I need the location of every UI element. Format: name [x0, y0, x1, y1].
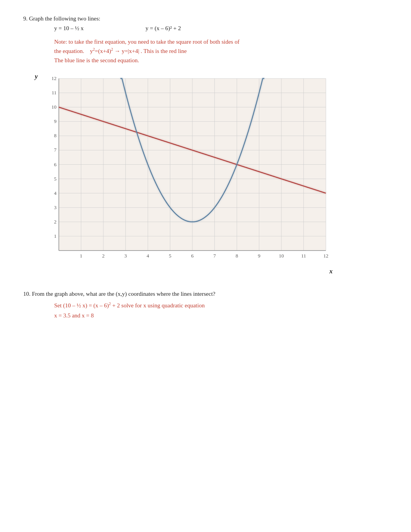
graph-wrapper: x: [39, 73, 334, 275]
chart-area: y x: [35, 73, 388, 275]
q9-number: 9. Graph the following two lines:: [23, 15, 388, 22]
note-line3: The blue line is the second equation.: [54, 57, 139, 63]
question-10: 10. From the graph above, what are the (…: [23, 291, 388, 321]
equation-2: y = (x – 6)² + 2: [146, 25, 181, 32]
graph-container: [39, 73, 334, 266]
note-line1: Note: to take the first equation, you ne…: [54, 39, 240, 45]
q10-answer-line1: Set (10 – ½ x) = (x – 6)2 + 2 solve for …: [54, 302, 205, 309]
equation-1: y = 10 – ½ x: [54, 25, 84, 32]
q10-number: 10. From the graph above, what are the (…: [23, 291, 388, 297]
note-line2: the equation. y2=(x+4)2 → y=|x+4| . This…: [54, 48, 187, 54]
equations-row: y = 10 – ½ x y = (x – 6)² + 2: [54, 25, 388, 32]
x-axis-label: x: [39, 268, 334, 275]
q10-answer: Set (10 – ½ x) = (x – 6)2 + 2 solve for …: [54, 300, 388, 321]
graph-canvas: [39, 73, 334, 266]
q10-answer-line2: x = 3.5 and x = 8: [54, 312, 94, 319]
question-9: 9. Graph the following two lines: y = 10…: [23, 15, 388, 275]
note-block: Note: to take the first equation, you ne…: [54, 37, 310, 65]
y-axis-label: y: [35, 73, 39, 80]
